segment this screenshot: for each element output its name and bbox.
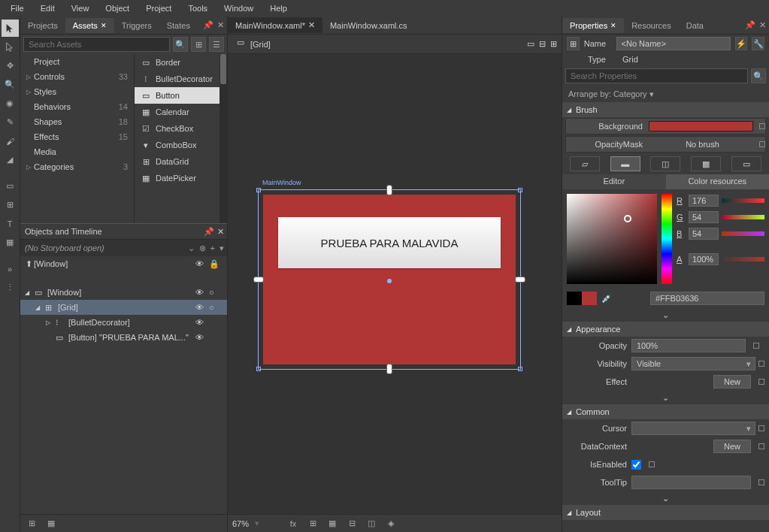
direct-selection-tool[interactable]	[2, 38, 19, 56]
pin-icon[interactable]: 📌	[745, 20, 755, 30]
add-storyboard-icon[interactable]: +	[210, 243, 215, 253]
tree-button[interactable]: ▭[Button] "PRUEBA PARA MAL..."👁	[20, 330, 227, 345]
eye-icon[interactable]: 👁	[195, 288, 206, 297]
asset-button[interactable]: ▭Button	[135, 87, 227, 104]
close-panel-icon[interactable]: ✕	[215, 20, 226, 30]
b-bar[interactable]	[722, 231, 764, 236]
pan-tool[interactable]: ✥	[2, 57, 19, 74]
eye-icon[interactable]: 👁	[195, 333, 206, 342]
color-resources-tab[interactable]: Color resources	[666, 174, 770, 189]
tab-resources[interactable]: Resources	[624, 18, 679, 33]
layout-section-header[interactable]: ◢Layout	[562, 505, 769, 520]
appearance-expand[interactable]: ⌄	[562, 391, 769, 404]
snap-icon[interactable]: ▦	[325, 517, 339, 530]
hue-slider[interactable]	[662, 194, 672, 284]
effect-new-button[interactable]: New	[713, 375, 751, 388]
cat-effects[interactable]: Effects15	[20, 129, 134, 144]
list-view-icon[interactable]: ☰	[209, 37, 224, 52]
tab-triggers[interactable]: Triggers	[114, 18, 159, 33]
eyedropper-icon[interactable]: 💉	[601, 294, 612, 304]
background-prop[interactable]: Background	[565, 118, 766, 135]
search-properties-input[interactable]	[565, 68, 748, 83]
doc-tab-cs[interactable]: MainWindow.xaml.cs	[322, 18, 415, 33]
menu-project[interactable]: Project	[138, 2, 179, 15]
tooltip-input[interactable]	[631, 476, 751, 489]
grid-view-icon[interactable]: ⊞	[191, 37, 206, 52]
resize-handle-left[interactable]	[253, 277, 264, 283]
asset-tool[interactable]: ▦	[2, 234, 19, 251]
storyboard-dropdown-icon[interactable]: ⌄	[188, 243, 195, 253]
asset-bulletdecorator[interactable]: ⁝BulletDecorator	[135, 71, 227, 87]
asset-combobox[interactable]: ▾ComboBox	[135, 137, 227, 153]
hex-input[interactable]	[650, 292, 764, 305]
datacontext-new-button[interactable]: New	[713, 440, 751, 453]
wrench-icon[interactable]: 🔧	[752, 37, 764, 50]
paint-tool[interactable]: 🖌	[2, 132, 19, 150]
menu-file[interactable]: File	[3, 2, 32, 15]
close-panel-icon[interactable]: ✕	[757, 20, 767, 30]
cat-styles[interactable]: ▷Styles	[20, 84, 134, 99]
common-section-header[interactable]: ◢Common	[562, 404, 769, 419]
g-input[interactable]	[689, 211, 719, 223]
view-mode-2-icon[interactable]: ⊟	[539, 39, 546, 49]
brush-expand[interactable]: ⌄	[562, 308, 769, 322]
more-tool[interactable]: ⋮	[2, 279, 19, 296]
scrollbar[interactable]	[219, 54, 227, 223]
cat-shapes[interactable]: Shapes18	[20, 114, 134, 129]
selection-tool[interactable]	[2, 20, 19, 37]
opacity-input[interactable]	[631, 339, 746, 352]
snapline-icon[interactable]: ⊟	[345, 517, 359, 530]
view-mode-1-icon[interactable]: ▭	[527, 39, 534, 49]
brush-tile-tab[interactable]: ▩	[691, 156, 721, 171]
b-input[interactable]	[689, 228, 719, 240]
lock-icon[interactable]: ○	[209, 288, 219, 297]
tree-grid[interactable]: ◢⊞[Grid]👁○	[20, 300, 227, 315]
element-type-icon[interactable]: ⊞	[567, 37, 580, 50]
menu-edit[interactable]: Edit	[33, 2, 62, 15]
editor-tab[interactable]: Editor	[562, 174, 666, 189]
zoom-tool[interactable]: 🔍	[2, 76, 19, 93]
menu-help[interactable]: Help	[262, 2, 295, 15]
dropdown-icon[interactable]: ▾	[746, 424, 751, 434]
close-icon[interactable]: ✕	[101, 22, 107, 29]
brush-tool[interactable]: ✎	[2, 113, 19, 131]
annotate-icon[interactable]: ◈	[384, 517, 398, 530]
align-icon[interactable]: ◫	[365, 517, 378, 530]
tab-assets[interactable]: Assets✕	[65, 18, 114, 33]
resize-handle-bottom[interactable]	[386, 364, 392, 374]
lock-icon[interactable]: ○	[209, 303, 219, 312]
rectangle-tool[interactable]: ▭	[2, 177, 19, 195]
close-icon[interactable]: ✕	[610, 22, 616, 29]
design-canvas[interactable]: MainWindow PRUEBA PARA MALAVIDA	[228, 54, 562, 514]
a-bar[interactable]	[722, 257, 764, 261]
chevron-tool[interactable]: »	[2, 260, 19, 277]
prop-marker[interactable]	[759, 141, 765, 147]
prop-marker[interactable]	[758, 425, 764, 431]
close-icon[interactable]: ✕	[308, 20, 315, 30]
resize-handle-bl[interactable]	[256, 367, 261, 371]
pin-icon[interactable]: 📌	[203, 20, 213, 30]
view-mode-3-icon[interactable]: ⊞	[550, 39, 557, 49]
g-bar[interactable]	[722, 215, 764, 219]
doc-tab-xaml[interactable]: MainWindow.xaml*✕	[228, 17, 322, 33]
asset-checkbox[interactable]: ☑CheckBox	[135, 120, 227, 137]
menu-window[interactable]: Window	[216, 2, 261, 15]
r-input[interactable]	[689, 195, 719, 207]
gradient-tool[interactable]: ◢	[2, 151, 19, 168]
menu-object[interactable]: Object	[98, 2, 137, 15]
prop-marker[interactable]	[759, 123, 765, 129]
asset-datagrid[interactable]: ⊞DataGrid	[135, 153, 227, 170]
prop-marker[interactable]	[753, 343, 759, 349]
visibility-select[interactable]	[631, 357, 755, 370]
brush-resource-tab[interactable]: ▭	[731, 156, 761, 171]
eye-icon[interactable]: 👁	[195, 318, 206, 327]
prop-marker[interactable]	[758, 443, 764, 449]
a-input[interactable]	[689, 253, 719, 265]
zoom-level[interactable]: 67%	[232, 519, 249, 528]
eye-icon[interactable]: 👁	[195, 303, 206, 312]
resize-handle-tl[interactable]	[256, 188, 261, 192]
bc-back-icon[interactable]: ▭	[234, 38, 247, 51]
cat-categories[interactable]: ▷Categories3	[20, 159, 134, 174]
resize-handle-right[interactable]	[515, 277, 525, 283]
cat-controls[interactable]: ▷Controls33	[20, 69, 134, 84]
